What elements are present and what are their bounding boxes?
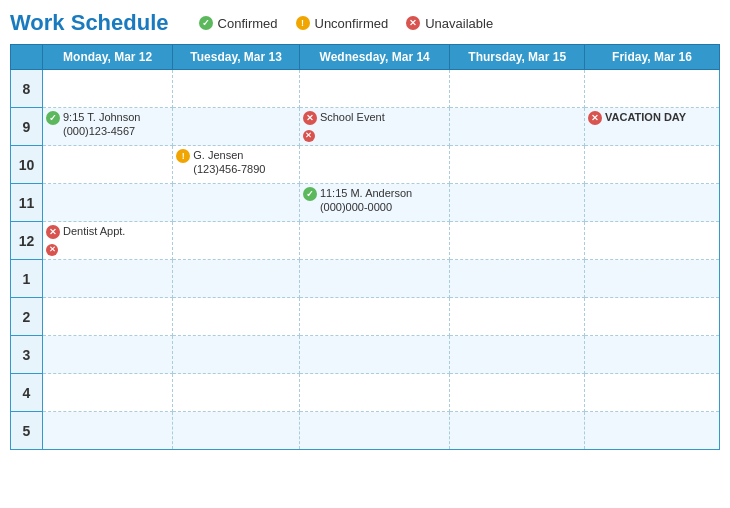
cell-4-wed[interactable] — [299, 374, 450, 412]
cell-1-thu[interactable] — [450, 260, 585, 298]
table-row: 11 ✓ 11:15 M. Anderson (000)000-0000 — [11, 184, 720, 222]
event-title: 11:15 M. Anderson — [320, 186, 412, 200]
cell-12-fri[interactable] — [585, 222, 720, 260]
extra-unavailable-icon: ✕ — [46, 244, 58, 256]
cell-11-fri[interactable] — [585, 184, 720, 222]
cell-10-mon[interactable] — [43, 146, 173, 184]
table-row: 12 ✕ Dentist Appt. ✕ — [11, 222, 720, 260]
table-row: 8 — [11, 70, 720, 108]
table-row: 5 — [11, 412, 720, 450]
cell-1-tue[interactable] — [173, 260, 300, 298]
col-wednesday: Wednesday, Mar 14 — [299, 45, 450, 70]
table-row: 9 ✓ 9:15 T. Johnson (000)123-4567 ✕ Scho… — [11, 108, 720, 146]
cell-12-mon[interactable]: ✕ Dentist Appt. ✕ — [43, 222, 173, 260]
cell-5-mon[interactable] — [43, 412, 173, 450]
table-row: 4 — [11, 374, 720, 412]
table-row: 3 — [11, 336, 720, 374]
legend-unconfirmed: ! Unconfirmed — [296, 16, 389, 31]
cell-11-tue[interactable] — [173, 184, 300, 222]
cell-10-thu[interactable] — [450, 146, 585, 184]
cell-5-thu[interactable] — [450, 412, 585, 450]
cell-4-mon[interactable] — [43, 374, 173, 412]
hour-5: 5 — [11, 412, 43, 450]
cell-12-tue[interactable] — [173, 222, 300, 260]
cell-3-mon[interactable] — [43, 336, 173, 374]
cell-3-tue[interactable] — [173, 336, 300, 374]
cell-12-thu[interactable] — [450, 222, 585, 260]
cell-1-wed[interactable] — [299, 260, 450, 298]
legend-unavailable: ✕ Unavailable — [406, 16, 493, 31]
extra-unavailable-icon: ✕ — [303, 130, 315, 142]
cell-5-fri[interactable] — [585, 412, 720, 450]
event-title: Dentist Appt. — [63, 224, 125, 238]
event-title: G. Jensen — [193, 148, 265, 162]
cell-1-fri[interactable] — [585, 260, 720, 298]
hour-9: 9 — [11, 108, 43, 146]
col-tuesday: Tuesday, Mar 13 — [173, 45, 300, 70]
cell-5-wed[interactable] — [299, 412, 450, 450]
work-schedule-table: Monday, Mar 12 Tuesday, Mar 13 Wednesday… — [10, 44, 720, 450]
event-unconfirmed-icon: ! — [176, 149, 190, 163]
cell-9-fri[interactable]: ✕ VACATION DAY — [585, 108, 720, 146]
event-unavailable-icon: ✕ — [588, 111, 602, 125]
legend-confirmed: ✓ Confirmed — [199, 16, 278, 31]
cell-8-mon[interactable] — [43, 70, 173, 108]
cell-9-thu[interactable] — [450, 108, 585, 146]
confirmed-label: Confirmed — [218, 16, 278, 31]
cell-4-tue[interactable] — [173, 374, 300, 412]
confirmed-icon: ✓ — [199, 16, 213, 30]
hour-10: 10 — [11, 146, 43, 184]
header-row: Monday, Mar 12 Tuesday, Mar 13 Wednesday… — [11, 45, 720, 70]
event-unavailable-icon: ✕ — [303, 111, 317, 125]
cell-8-thu[interactable] — [450, 70, 585, 108]
page-header: Work Schedule ✓ Confirmed ! Unconfirmed … — [10, 10, 720, 36]
cell-8-fri[interactable] — [585, 70, 720, 108]
hour-1: 1 — [11, 260, 43, 298]
unavailable-label: Unavailable — [425, 16, 493, 31]
cell-2-thu[interactable] — [450, 298, 585, 336]
cell-12-wed[interactable] — [299, 222, 450, 260]
legend: ✓ Confirmed ! Unconfirmed ✕ Unavailable — [199, 16, 494, 31]
cell-3-fri[interactable] — [585, 336, 720, 374]
page-title: Work Schedule — [10, 10, 169, 36]
cell-11-mon[interactable] — [43, 184, 173, 222]
cell-9-tue[interactable] — [173, 108, 300, 146]
cell-10-wed[interactable] — [299, 146, 450, 184]
table-row: 2 — [11, 298, 720, 336]
cell-8-wed[interactable] — [299, 70, 450, 108]
unconfirmed-label: Unconfirmed — [315, 16, 389, 31]
cell-8-tue[interactable] — [173, 70, 300, 108]
event-12-mon: ✕ Dentist Appt. — [46, 224, 169, 239]
cell-9-mon[interactable]: ✓ 9:15 T. Johnson (000)123-4567 — [43, 108, 173, 146]
hour-3: 3 — [11, 336, 43, 374]
event-confirmed-icon: ✓ — [46, 111, 60, 125]
cell-5-tue[interactable] — [173, 412, 300, 450]
table-row: 10 ! G. Jensen (123)456-7890 — [11, 146, 720, 184]
cell-11-wed[interactable]: ✓ 11:15 M. Anderson (000)000-0000 — [299, 184, 450, 222]
cell-3-thu[interactable] — [450, 336, 585, 374]
event-title: School Event — [320, 110, 385, 124]
event-title: VACATION DAY — [605, 110, 686, 124]
hour-2: 2 — [11, 298, 43, 336]
cell-2-wed[interactable] — [299, 298, 450, 336]
cell-2-mon[interactable] — [43, 298, 173, 336]
cell-2-fri[interactable] — [585, 298, 720, 336]
event-phone: (123)456-7890 — [193, 162, 265, 176]
cell-9-wed[interactable]: ✕ School Event ✕ — [299, 108, 450, 146]
event-unavailable-icon: ✕ — [46, 225, 60, 239]
cell-2-tue[interactable] — [173, 298, 300, 336]
unconfirmed-icon: ! — [296, 16, 310, 30]
event-9-fri: ✕ VACATION DAY — [588, 110, 716, 125]
col-friday: Friday, Mar 16 — [585, 45, 720, 70]
event-title: 9:15 T. Johnson — [63, 110, 140, 124]
cell-4-thu[interactable] — [450, 374, 585, 412]
cell-10-tue[interactable]: ! G. Jensen (123)456-7890 — [173, 146, 300, 184]
cell-1-mon[interactable] — [43, 260, 173, 298]
event-confirmed-icon: ✓ — [303, 187, 317, 201]
event-phone: (000)000-0000 — [320, 200, 412, 214]
cell-10-fri[interactable] — [585, 146, 720, 184]
cell-11-thu[interactable] — [450, 184, 585, 222]
cell-4-fri[interactable] — [585, 374, 720, 412]
hour-12: 12 — [11, 222, 43, 260]
cell-3-wed[interactable] — [299, 336, 450, 374]
